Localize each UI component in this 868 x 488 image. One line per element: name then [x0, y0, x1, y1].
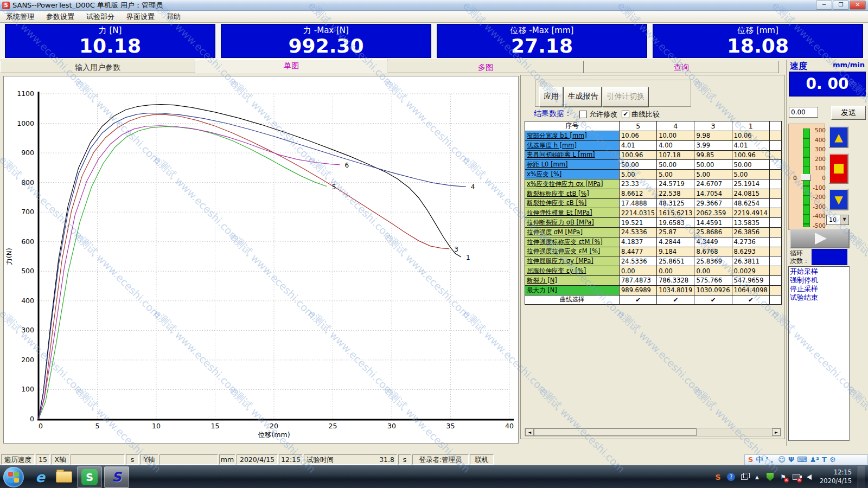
live-display-1: 力 -Max [N]992.30 — [221, 24, 431, 58]
log-line-3[interactable]: 试验结束 — [790, 293, 848, 302]
results-button-1[interactable]: 生成报告 — [564, 87, 602, 107]
emoticon-icon[interactable]: ☺ — [778, 455, 786, 465]
value-cell: 0.0029 — [732, 266, 769, 276]
ie-taskbar-icon[interactable]: e — [28, 467, 52, 487]
taskbar-clock[interactable]: 12:15 2020/4/15 — [820, 468, 852, 485]
microphone-icon[interactable]: Ψ — [788, 455, 794, 465]
show-desktop-button[interactable] — [858, 466, 865, 488]
window-tray-icon[interactable] — [739, 472, 749, 481]
checkbox-checked[interactable]: ✔ — [622, 111, 629, 118]
curve-label-5: 5 — [332, 183, 336, 191]
curve-select-check[interactable]: ✔ — [657, 295, 694, 305]
row-label: 拉伸强度拉伸应变 εM [%] — [525, 247, 620, 256]
chinese-mode-icon[interactable]: 中 — [756, 455, 763, 465]
log-line-2[interactable]: 停止采样 — [790, 285, 848, 293]
value-cell: 8.4477 — [620, 247, 657, 256]
value-cell: 24.5336 — [620, 256, 657, 266]
menu-item-0[interactable]: 系统管理 — [0, 11, 40, 22]
table-row: x%应变 [%]5.005.005.005.00 — [525, 170, 782, 179]
value-cell: 24.6707 — [694, 179, 732, 189]
status-cell-1: 15 — [36, 454, 50, 465]
scrollbar-thumb[interactable] — [534, 428, 697, 436]
tab-0[interactable]: 输入用户参数 — [0, 61, 195, 73]
soft-keyboard-icon[interactable]: ⌨ — [797, 455, 807, 465]
row-label: 拉伸断裂应力 σB [MPa] — [525, 218, 620, 228]
tab-1[interactable]: 单图 — [195, 59, 387, 73]
tab-2[interactable]: 多图 — [387, 61, 584, 73]
action-center-flag-icon[interactable]: ⚑ — [778, 472, 788, 481]
step-dropdown[interactable]: 10 ▼ — [826, 215, 849, 225]
scroll-right-arrow[interactable]: ► — [772, 428, 781, 436]
tab-3[interactable]: 查询 — [584, 61, 779, 73]
table-row: 标距 L0 [mm]50.0050.0050.0050.00 — [525, 160, 782, 170]
svg-text:0: 0 — [39, 422, 43, 430]
sogou-tray-icon[interactable]: S — [713, 472, 723, 481]
value-cell: 4.2736 — [732, 237, 769, 247]
row-label: 夹具间初始距离 L [mm] — [525, 150, 620, 160]
minimize-button[interactable]: ─ — [816, 1, 832, 10]
send-button[interactable]: 发送 — [831, 106, 866, 120]
checkbox-unchecked[interactable] — [579, 111, 587, 118]
toolbox-icon[interactable]: ⚙ — [829, 455, 836, 465]
slider-tick-label: -100 — [812, 185, 826, 190]
results-horizontal-scrollbar[interactable]: ◄ ► — [525, 428, 781, 436]
row-label: 拉伸弹性模量 Et [MPa] — [525, 208, 620, 218]
menu-item-2[interactable]: 试验部分 — [80, 11, 120, 22]
row-label: 拉伸屈服应力 σy [MPa] — [525, 256, 620, 266]
slider-tick-label: 400 — [812, 137, 826, 143]
table-row: 最大力 [N]989.69891034.80191030.09261064.40… — [525, 285, 782, 295]
security-shield-icon[interactable] — [765, 472, 775, 481]
run-button[interactable] — [790, 229, 850, 248]
green-app-taskbar-button[interactable]: S — [77, 466, 102, 488]
log-line-0[interactable]: 开始采样 — [790, 267, 848, 276]
table-header-row: 序号5431 — [525, 121, 782, 131]
menu-bar: 系统管理参数设置试验部分界面设置帮助 — [0, 11, 868, 23]
dropdown-arrow-icon[interactable]: ▼ — [840, 215, 848, 224]
slider-tick-label: -400 — [812, 213, 826, 219]
checkbox-row-0: 允许修改 — [579, 110, 617, 119]
slider-handle[interactable] — [801, 174, 811, 181]
cycle-count-display — [812, 249, 847, 265]
value-cell: 0.00 — [694, 266, 732, 276]
skin-icon[interactable]: T — [822, 455, 827, 465]
hidden-icons-button[interactable]: ▲ — [752, 472, 762, 481]
results-button-0[interactable]: 应用 — [539, 87, 563, 107]
help-tray-icon[interactable]: ? — [726, 472, 736, 481]
log-line-1[interactable]: 强制停机 — [790, 276, 848, 285]
value-cell: 2214.0315 — [620, 208, 657, 218]
curve-select-check[interactable]: ✔ — [694, 295, 732, 305]
value-cell-empty — [769, 198, 781, 208]
svg-text:1100: 1100 — [17, 89, 34, 98]
speed-setpoint-input[interactable] — [789, 107, 818, 118]
volume-icon[interactable] — [805, 472, 814, 481]
value-cell: 26.3856 — [732, 227, 769, 237]
result-data-label: 结果数据： — [534, 109, 572, 119]
user-count-icon[interactable]: ♟² — [810, 455, 819, 465]
stop-button[interactable] — [829, 153, 848, 184]
value-cell: 5.00 — [657, 170, 694, 179]
curve-select-check[interactable]: ✔ — [732, 295, 769, 305]
curve-select-check[interactable]: ✔ — [620, 295, 657, 305]
step-dropdown-value: 10 — [829, 216, 837, 223]
jog-up-button[interactable]: ▲ — [829, 126, 848, 148]
display-value: 10.18 — [6, 36, 214, 56]
punctuation-icon[interactable]: ’， — [765, 455, 775, 465]
table-row: 拉伸屈服应力 σy [MPa]24.533625.865125.836926.3… — [525, 256, 782, 266]
menu-item-4[interactable]: 帮助 — [161, 11, 187, 22]
scroll-left-arrow[interactable]: ◄ — [525, 428, 534, 436]
menu-item-1[interactable]: 参数设置 — [40, 11, 80, 22]
row-label: 断裂标称应变 εtB [%] — [525, 189, 620, 198]
close-button[interactable]: ✕ — [850, 1, 866, 10]
tab-bar: 输入用户参数单图多图查询 — [0, 60, 785, 73]
menu-item-3[interactable]: 界面设置 — [120, 11, 161, 22]
start-button[interactable] — [3, 467, 24, 487]
sans-app-taskbar-button[interactable]: S — [104, 466, 129, 488]
value-cell: 50.00 — [732, 160, 769, 170]
value-cell: 50.00 — [694, 160, 732, 170]
maximize-button[interactable]: ❐ — [833, 1, 849, 10]
explorer-taskbar-icon[interactable] — [52, 467, 76, 487]
jog-down-button[interactable]: ▼ — [829, 189, 848, 210]
event-log-list[interactable]: 开始采样强制停机停止采样试验结束 — [788, 266, 850, 441]
sogou-input-icon[interactable]: S — [748, 455, 753, 465]
curve-select-row: 曲线选择✔✔✔✔ — [525, 295, 782, 305]
